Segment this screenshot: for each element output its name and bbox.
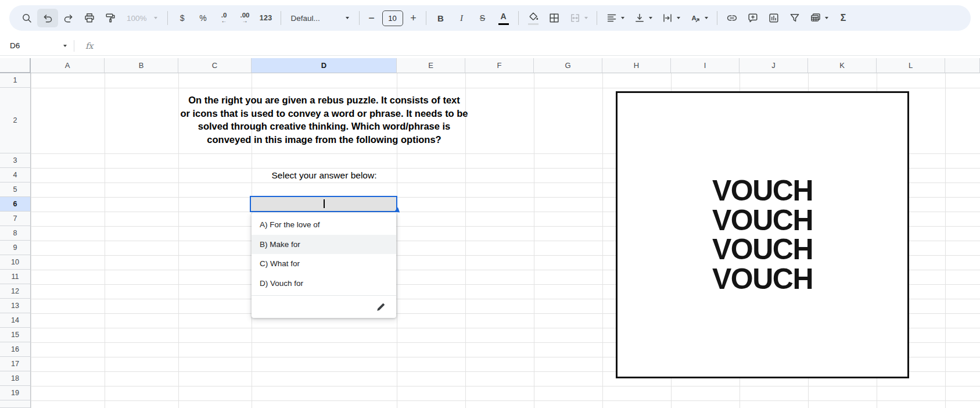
functions-button[interactable]: Σ (833, 9, 854, 27)
dropdown-option[interactable]: D) Vouch for (252, 274, 396, 294)
column-header-G[interactable]: G (534, 58, 602, 73)
chevron-down-icon (649, 17, 652, 19)
currency-format-button[interactable]: $ (172, 9, 193, 27)
text-rotation-button[interactable]: A (685, 9, 713, 27)
table-views-button[interactable] (805, 9, 833, 27)
select-all-corner[interactable] (0, 58, 31, 73)
font-select[interactable]: Defaul... (285, 9, 355, 27)
more-formats-button[interactable]: 123 (256, 9, 277, 27)
row-header-7[interactable]: 7 (0, 212, 31, 226)
horizontal-align-icon (606, 12, 618, 24)
search-button[interactable] (16, 9, 37, 27)
column-header-F[interactable]: F (465, 58, 534, 73)
toolbar-divider (359, 11, 360, 25)
text-cursor (324, 199, 325, 208)
row-header-18[interactable]: 18 (0, 371, 31, 386)
increase-decimal-button[interactable]: .00 → (235, 9, 256, 27)
column-header-I[interactable]: I (671, 58, 740, 73)
row-header-4[interactable]: 4 (0, 168, 31, 182)
paint-format-icon (105, 12, 116, 24)
column-header-A[interactable]: A (31, 58, 105, 73)
merge-cells-button[interactable] (565, 9, 593, 27)
text-rotation-icon: A (690, 12, 701, 24)
toolbar-divider (518, 11, 519, 25)
row-header-15[interactable]: 15 (0, 328, 31, 342)
font-size-input[interactable]: 10 (382, 10, 403, 26)
create-filter-button[interactable] (784, 9, 805, 27)
rebus-image[interactable]: VOUCHVOUCHVOUCHVOUCH (616, 91, 909, 378)
row-header-5[interactable]: 5 (0, 182, 31, 197)
question-line: solved through creative thinking. Which … (156, 120, 493, 133)
column-header-B[interactable]: B (105, 58, 178, 73)
row-header-14[interactable]: 14 (0, 313, 31, 328)
column-header-C[interactable]: C (178, 58, 252, 73)
rebus-word: VOUCH (712, 206, 813, 235)
row-header-11[interactable]: 11 (0, 270, 31, 284)
row-header-12[interactable]: 12 (0, 284, 31, 299)
formula-bar-divider (74, 40, 74, 52)
row-header-1[interactable]: 1 (0, 73, 31, 88)
print-icon (84, 12, 95, 24)
row-header-17[interactable]: 17 (0, 357, 31, 371)
column-header-E[interactable]: E (397, 58, 465, 73)
fx-icon: fx (85, 41, 94, 51)
rebus-word: VOUCH (712, 176, 813, 206)
toolbar-divider (167, 11, 168, 25)
column-header-H[interactable]: H (602, 58, 671, 73)
insert-chart-button[interactable] (763, 9, 784, 27)
increase-font-size-button[interactable]: + (405, 9, 422, 27)
column-header-partial[interactable] (945, 58, 980, 73)
insert-comment-button[interactable] (742, 9, 763, 27)
chevron-down-icon (677, 17, 680, 19)
percent-format-button[interactable]: % (193, 9, 214, 27)
cell-name-box[interactable]: D6 (0, 41, 67, 50)
row-header-8[interactable]: 8 (0, 226, 31, 241)
row-header-13[interactable]: 13 (0, 299, 31, 313)
redo-button[interactable] (58, 9, 79, 27)
column-header-L[interactable]: L (877, 58, 945, 73)
column-header-D[interactable]: D (252, 58, 397, 73)
link-icon (726, 12, 738, 24)
column-header-J[interactable]: J (740, 58, 808, 73)
gridline-horizontal (31, 88, 980, 88)
strikethrough-button[interactable]: S (472, 9, 493, 27)
bold-button[interactable]: B (430, 9, 451, 27)
vertical-align-icon (634, 12, 645, 24)
horizontal-align-button[interactable] (601, 9, 629, 27)
paint-format-button[interactable] (100, 9, 121, 27)
italic-button[interactable]: I (451, 9, 472, 27)
row-header-19[interactable]: 19 (0, 386, 31, 400)
undo-button[interactable] (37, 9, 58, 27)
text-wrap-button[interactable] (657, 9, 685, 27)
chart-icon (768, 12, 780, 24)
toolbar: 100% $ % .0 ← .00 → 123 Defaul... − 10 +… (9, 5, 971, 31)
row-header-16[interactable]: 16 (0, 342, 31, 357)
chevron-down-icon[interactable] (63, 45, 67, 47)
column-header-K[interactable]: K (808, 58, 877, 73)
print-button[interactable] (79, 9, 100, 27)
vertical-align-button[interactable] (629, 9, 657, 27)
text-color-button[interactable]: A (493, 9, 514, 27)
svg-text:A: A (691, 15, 696, 22)
toolbar-divider (426, 11, 426, 25)
decrease-decimal-button[interactable]: .0 ← (214, 9, 235, 27)
dropdown-option[interactable]: B) Make for (252, 235, 396, 255)
chevron-down-icon (584, 17, 588, 19)
comment-icon (747, 12, 759, 24)
row-header-2[interactable]: 2 (0, 88, 31, 153)
row-header-9[interactable]: 9 (0, 241, 31, 255)
edit-pencil-icon[interactable] (375, 302, 386, 313)
row-header-10[interactable]: 10 (0, 255, 31, 270)
dropdown-option[interactable]: C) What for (252, 254, 396, 274)
zoom-select[interactable]: 100% (121, 9, 163, 27)
dropdown-option[interactable]: A) For the love of (252, 215, 396, 235)
insert-link-button[interactable] (721, 9, 742, 27)
row-header-partial[interactable] (0, 400, 31, 408)
dropdown-cell-d6[interactable] (250, 196, 397, 212)
row-header-3[interactable]: 3 (0, 153, 31, 168)
row-header-6[interactable]: 6 (0, 197, 31, 212)
decrease-font-size-button[interactable]: − (364, 9, 380, 27)
font-name-label: Defaul... (291, 14, 320, 23)
borders-button[interactable] (544, 9, 565, 27)
fill-color-button[interactable] (523, 9, 544, 27)
